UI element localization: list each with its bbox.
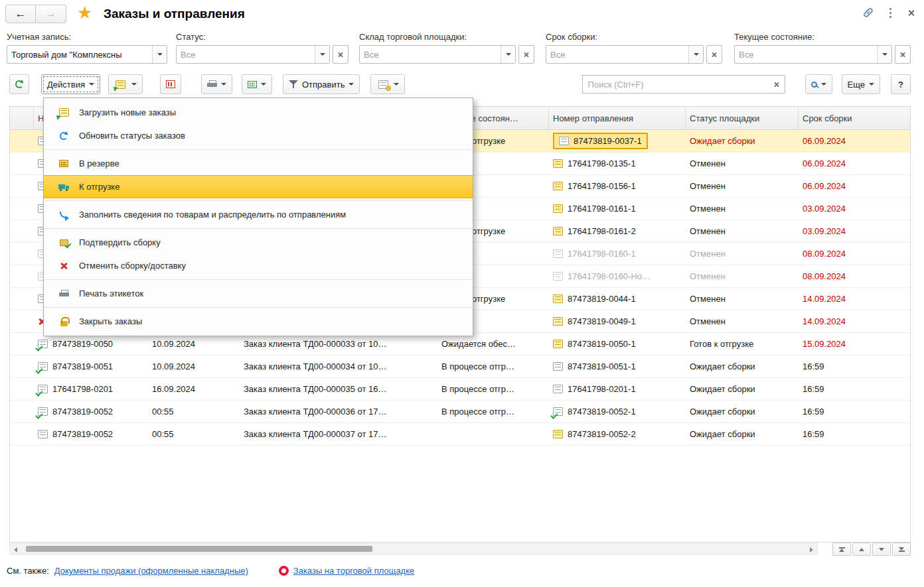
- search-input[interactable]: [583, 80, 769, 90]
- order-doc-check-icon: [38, 362, 48, 371]
- chevron-down-icon: [261, 83, 266, 86]
- forward-button[interactable]: →: [36, 5, 66, 23]
- actions-button[interactable]: Действия: [41, 74, 100, 94]
- menu-item-confirm-assembly[interactable]: Подтвердить сборку: [44, 231, 473, 254]
- refresh-icon: [57, 131, 70, 141]
- help-button[interactable]: ?: [891, 74, 911, 94]
- state-dropdown-icon[interactable]: [877, 46, 891, 63]
- close-icon[interactable]: [907, 9, 915, 17]
- shipment-doc-icon: [553, 294, 563, 303]
- account-input[interactable]: [7, 46, 152, 63]
- shipment-doc-icon: [553, 182, 563, 190]
- header-platform-status[interactable]: Статус площадки: [686, 107, 799, 129]
- get-link-icon[interactable]: [863, 7, 874, 19]
- warehouse-input[interactable]: [360, 46, 501, 63]
- export-table-icon: [248, 81, 257, 88]
- filter-account: Учетная запись:: [7, 32, 167, 64]
- search-box: [582, 75, 785, 94]
- table-row[interactable]: 87473819-0051 10.09.2024 Заказ клиента Т…: [10, 356, 910, 378]
- go-to-bottom-button[interactable]: [892, 543, 911, 556]
- scheduled-report-icon: [376, 79, 390, 90]
- menu-item-close-orders[interactable]: Закрыть заказы: [44, 310, 473, 333]
- search-clear-button[interactable]: [769, 76, 785, 93]
- marketplace-logo-icon: [279, 566, 289, 576]
- more-button[interactable]: Еще: [842, 74, 880, 94]
- horizontal-scrollbar[interactable]: [9, 543, 818, 554]
- shipment-doc-icon: [553, 317, 563, 326]
- shipment-doc-check-icon: [553, 407, 563, 416]
- state-input[interactable]: [735, 46, 877, 63]
- deadline-clear-button[interactable]: [706, 45, 722, 64]
- table-nav-buttons: [832, 543, 911, 556]
- warehouse-clear-button[interactable]: [518, 45, 534, 64]
- chevron-down-icon: [131, 83, 137, 86]
- favorite-star-icon[interactable]: ★: [77, 3, 92, 23]
- marketplace-orders-link[interactable]: Заказы на торговой площадке: [293, 566, 414, 576]
- account-dropdown-icon[interactable]: [152, 46, 167, 63]
- order-doc-check-icon: [38, 340, 48, 348]
- scroll-right-icon[interactable]: [810, 547, 813, 553]
- deadline-dropdown-icon[interactable]: [688, 46, 703, 63]
- chevron-down-icon: [869, 83, 874, 86]
- shipment-doc-icon: [553, 430, 563, 438]
- deadline-input[interactable]: [546, 46, 688, 63]
- chevron-down-icon: [394, 83, 399, 86]
- export-table-button[interactable]: [242, 74, 272, 94]
- scheduled-report-button[interactable]: [370, 74, 405, 94]
- menu-item-to-shipment[interactable]: К отгрузке: [44, 175, 473, 198]
- filter-state: Текущее состояние:: [734, 32, 911, 64]
- menu-item-in-reserve[interactable]: В резерве: [44, 152, 473, 175]
- toolbar: Действия Отправить Еще ?: [0, 73, 924, 96]
- back-button[interactable]: ←: [5, 5, 36, 23]
- menu-item-refresh-statuses[interactable]: Обновить статусы заказов: [44, 124, 473, 147]
- shipment-doc-icon: [559, 137, 569, 145]
- go-to-top-button[interactable]: [832, 543, 851, 556]
- menu-separator: [44, 307, 472, 308]
- filter-warehouse-label: Склад торговой площадки:: [359, 32, 534, 42]
- status-clear-button[interactable]: [333, 45, 348, 64]
- status-input[interactable]: [177, 46, 315, 63]
- search-button[interactable]: [805, 74, 832, 94]
- load-orders-button[interactable]: [108, 74, 143, 94]
- table-row[interactable]: 17641798-0201 16.09.2024 Заказ клиента Т…: [10, 378, 910, 401]
- menu-separator: [44, 228, 472, 229]
- page-up-button[interactable]: [852, 543, 871, 556]
- sales-documents-link[interactable]: Документы продажи (оформленные накладные…: [54, 566, 248, 576]
- send-button[interactable]: Отправить: [283, 74, 360, 94]
- filter-status: Статус:: [176, 32, 348, 64]
- table-row[interactable]: 87473819-0050 10.09.2024 Заказ клиента Т…: [10, 333, 910, 356]
- refresh-button[interactable]: [9, 74, 29, 94]
- shipment-doc-icon: [553, 340, 563, 348]
- printer-icon: [207, 80, 217, 88]
- marking-icon: [166, 80, 175, 88]
- menu-item-fill-and-distribute[interactable]: Заполнить сведения по товарам и распреде…: [44, 203, 473, 226]
- download-doc-icon: [57, 107, 70, 118]
- chevron-down-icon: [348, 83, 354, 86]
- header-assembly-deadline[interactable]: Срок сборки: [799, 107, 911, 129]
- distribute-arrow-icon: [57, 210, 70, 220]
- status-dropdown-icon[interactable]: [315, 46, 329, 63]
- print-button[interactable]: [201, 74, 232, 94]
- menu-separator: [44, 200, 472, 201]
- scrollbar-thumb[interactable]: [26, 546, 372, 552]
- printer-icon: [57, 289, 70, 299]
- warehouse-dropdown-icon[interactable]: [501, 46, 515, 63]
- window-menu-icon[interactable]: [889, 7, 891, 19]
- header-shipment-number[interactable]: Номер отправления: [549, 107, 686, 129]
- order-doc-check-icon: [38, 407, 48, 416]
- table-row[interactable]: 87473819-0052 00:55 Заказ клиента ТД00-0…: [10, 401, 910, 423]
- filter-status-label: Статус:: [176, 32, 348, 42]
- marking-codes-button[interactable]: [160, 74, 181, 94]
- filter-deadline-label: Срок сборки:: [546, 32, 722, 42]
- scroll-left-icon[interactable]: [14, 547, 17, 553]
- menu-item-cancel-assembly[interactable]: Отменить сборку/доставку: [44, 254, 473, 277]
- page-title: Заказы и отправления: [104, 7, 245, 21]
- state-clear-button[interactable]: [895, 45, 911, 64]
- highlighted-shipment-cell[interactable]: 87473819-0037-1: [553, 133, 648, 149]
- chevron-down-icon: [821, 83, 826, 86]
- table-row[interactable]: 87473819-0052 00:55 Заказ клиента ТД00-0…: [10, 423, 910, 446]
- menu-item-print-labels[interactable]: Печать этикеток: [44, 282, 473, 305]
- menu-item-load-new-orders[interactable]: Загрузить новые заказы: [44, 101, 473, 124]
- page-down-button[interactable]: [872, 543, 891, 556]
- titlebar: ← → ★ Заказы и отправления: [0, 0, 924, 29]
